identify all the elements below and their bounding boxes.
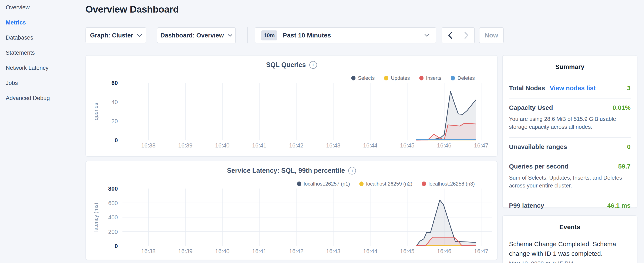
x-tick-label: 16:42 [289,142,304,149]
sidebar-item-statements[interactable]: Statements [6,50,78,56]
queries-per-second-label: Queries per second [509,163,568,170]
service-latency-card: Service Latency: SQL, 99th percentile i … [86,161,498,260]
event-item[interactable]: Schema Change Completed: Schema change w… [502,239,637,263]
legend-dot-icon [351,76,356,80]
step-back-button[interactable] [442,28,458,43]
legend-label: localhost:26257 (n1) [304,181,350,187]
time-range-label: Past 10 Minutes [283,32,331,39]
events-title: Events [502,223,637,231]
p99-latency-value: 46.1 ms [607,202,630,209]
p99-latency-label: P99 latency [509,202,544,209]
summary-p99-latency: P99 latency 46.1 ms [509,196,630,215]
sql-queries-card: SQL Queries i SelectsUpdatesInsertsDelet… [86,55,498,157]
sidebar-item-databases[interactable]: Databases [6,35,78,41]
chevron-down-icon [137,34,142,37]
summary-total-nodes: Total Nodes View nodes list 3 [509,79,630,98]
y-tick-label: 200 [108,229,118,235]
unavailable-ranges-label: Unavailable ranges [509,143,567,150]
service-latency-legend: localhost:26257 (n1)localhost:26259 (n2)… [297,181,475,187]
x-tick-label: 16:39 [178,248,193,254]
x-tick-label: 16:46 [437,248,452,254]
sidebar: Overview Metrics Databases Statements Ne… [6,4,78,110]
y-axis-label: queries [93,103,99,120]
legend-item: Selects [351,75,375,81]
x-tick-label: 16:45 [400,142,414,149]
x-tick-label: 16:41 [252,248,266,254]
y-tick-label: 600 [108,200,118,206]
x-tick-label: 16:38 [141,142,156,149]
legend-label: Deletes [458,75,475,81]
x-tick-label: 16:40 [215,248,230,254]
summary-queries-per-second: Queries per second 59.7 Sum of Selects, … [509,157,630,196]
time-range-badge: 10m [261,31,277,41]
sidebar-item-metrics[interactable]: Metrics [6,19,78,26]
x-tick-label: 16:44 [363,248,378,254]
chevron-down-icon [228,34,232,37]
view-nodes-list-link[interactable]: View nodes list [550,85,596,92]
legend-item: Inserts [419,75,442,81]
legend-dot-icon [422,181,426,186]
sidebar-item-network-latency[interactable]: Network Latency [6,65,78,72]
x-tick-label: 16:43 [326,142,340,149]
legend-label: Inserts [426,75,442,81]
capacity-used-description: You are using 28.6 MiB of 515.9 GiB usab… [509,115,630,131]
chevron-down-icon [424,34,430,37]
step-forward-button[interactable] [458,28,474,43]
dashboard-dropdown-label: Dashboard: Overview [160,32,224,39]
legend-item: Updates [384,75,410,81]
sidebar-item-advanced-debug[interactable]: Advanced Debug [6,95,78,102]
x-tick-label: 16:45 [400,248,414,254]
legend-label: localhost:26258 (n3) [428,181,475,187]
sidebar-item-overview[interactable]: Overview [6,4,78,11]
legend-item: localhost:26258 (n3) [422,181,475,187]
event-timestamp: May 13, 2020 at 4:45 PM [509,260,630,263]
metrics-page: Overview Metrics Databases Statements Ne… [0,0,644,263]
y-tick-label: 0 [114,243,118,249]
y-tick-label: 800 [108,187,118,192]
x-tick-label: 16:47 [474,248,488,254]
service-latency-chart[interactable]: 020040060080016:3816:3916:4016:4116:4216… [86,187,497,259]
y-tick-label: 60 [112,81,118,86]
legend-label: Selects [358,75,375,81]
x-tick-label: 16:39 [178,142,193,149]
queries-per-second-description: Sum of Selects, Updates, Inserts, and De… [509,174,630,190]
legend-label: localhost:26259 (n2) [366,181,412,187]
capacity-used-label: Capacity Used [509,104,553,111]
legend-dot-icon [359,181,364,186]
info-icon[interactable]: i [309,61,317,69]
x-tick-label: 16:47 [474,142,488,149]
legend-dot-icon [419,76,424,80]
sidebar-item-jobs[interactable]: Jobs [6,80,78,87]
time-step-buttons [442,27,475,43]
y-tick-label: 40 [112,99,118,105]
summary-capacity-used: Capacity Used 0.01% You are using 28.6 M… [509,98,630,137]
sql-queries-title: SQL Queries [266,61,306,69]
time-range-dropdown[interactable]: 10m Past 10 Minutes [255,27,436,43]
x-tick-label: 16:42 [289,248,304,254]
legend-label: Updates [391,75,410,81]
summary-title: Summary [502,63,637,70]
x-tick-label: 16:38 [141,248,156,254]
event-message: Schema Change Completed: Schema change w… [509,239,630,258]
dashboard-dropdown[interactable]: Dashboard: Overview [157,27,236,43]
y-tick-label: 400 [108,214,118,221]
sql-queries-chart[interactable]: 020406016:3816:3916:4016:4116:4216:4316:… [86,81,497,153]
x-tick-label: 16:43 [326,248,340,254]
graph-dropdown[interactable]: Graph: Cluster [86,27,146,43]
toolbar: Graph: Cluster Dashboard: Overview 10m P… [86,27,504,43]
now-button[interactable]: Now [479,27,504,43]
summary-panel: Summary Total Nodes View nodes list 3 Ca… [502,55,638,208]
total-nodes-value: 3 [627,85,630,92]
y-tick-label: 20 [112,118,118,124]
sql-queries-legend: SelectsUpdatesInsertsDeletes [351,75,475,81]
chevron-right-icon [464,32,468,39]
graph-dropdown-label: Graph: Cluster [90,32,133,39]
x-tick-label: 16:44 [363,142,378,149]
x-tick-label: 16:40 [215,142,230,149]
legend-dot-icon [297,181,301,186]
info-icon[interactable]: i [348,167,356,174]
events-panel: Events Schema Change Completed: Schema c… [502,215,638,263]
x-tick-label: 16:41 [252,142,266,149]
unavailable-ranges-value: 0 [627,143,630,150]
y-tick-label: 0 [114,137,118,144]
